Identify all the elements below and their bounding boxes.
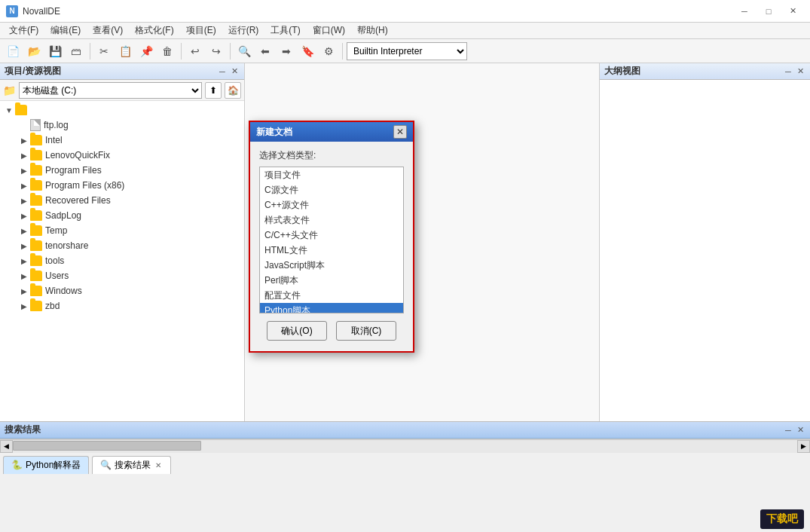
- list-item[interactable]: C源文件: [260, 182, 403, 197]
- dialog-body: 选择文档类型: 项目文件C源文件C++源文件样式表文件C/C++头文件HTML文…: [250, 142, 413, 351]
- menu-item-文件(F)[interactable]: 文件(F): [3, 23, 44, 39]
- list-item[interactable]: 配置文件: [260, 288, 403, 303]
- copy-button[interactable]: 📋: [115, 41, 135, 61]
- maximize-button[interactable]: □: [757, 4, 780, 19]
- right-panel-content: [600, 80, 810, 421]
- scroll-track[interactable]: [13, 440, 797, 453]
- expand-icon: ▶: [18, 151, 30, 160]
- menu-item-窗口(W)[interactable]: 窗口(W): [307, 23, 351, 39]
- dialog-prompt: 选择文档类型:: [259, 149, 404, 162]
- scroll-left-button[interactable]: ◀: [0, 440, 13, 453]
- item-label: tools: [45, 255, 64, 266]
- scroll-thumb[interactable]: [13, 441, 201, 451]
- expand-icon: ▶: [18, 197, 30, 205]
- drive-nav-up-button[interactable]: ⬆: [205, 82, 222, 99]
- list-item[interactable]: Python脚本: [260, 303, 403, 313]
- tree-tenorshare[interactable]: ▶ tenorshare: [0, 238, 244, 253]
- folder-icon: [30, 210, 42, 221]
- expand-icon: ▶: [18, 302, 30, 310]
- panel-minimize-btn[interactable]: ─: [783, 425, 793, 436]
- interpreter-selector[interactable]: Builtin Interpreter: [347, 42, 467, 60]
- panel-minimize-btn[interactable]: ─: [217, 66, 228, 77]
- panel-minimize-btn[interactable]: ─: [783, 66, 793, 77]
- expand-icon: ▶: [18, 227, 30, 235]
- tree-recovered-files[interactable]: ▶ Recovered Files: [0, 193, 244, 208]
- tree-program-files[interactable]: ▶ Program Files: [0, 163, 244, 178]
- menu-item-格式化(F)[interactable]: 格式化(F): [129, 23, 179, 39]
- search-button[interactable]: 🔍: [234, 41, 254, 61]
- scroll-right-button[interactable]: ▶: [797, 440, 810, 453]
- settings-button[interactable]: ⚙: [319, 41, 338, 61]
- confirm-button[interactable]: 确认(O): [267, 321, 327, 341]
- tree-users[interactable]: ▶ Users: [0, 268, 244, 283]
- left-panel-header: 项目/资源视图 ─ ✕: [0, 63, 244, 80]
- panel-controls: ─ ✕: [217, 66, 240, 77]
- tree-intel[interactable]: ▶ Intel: [0, 133, 244, 148]
- cancel-button[interactable]: 取消(C): [336, 321, 396, 341]
- open-file-button[interactable]: 📂: [24, 41, 44, 61]
- tree-ftp-log[interactable]: ftp.log: [0, 118, 244, 133]
- tree-windows[interactable]: ▶ Windows: [0, 283, 244, 298]
- save-file-button[interactable]: 💾: [45, 41, 65, 61]
- close-button[interactable]: ✕: [781, 4, 804, 19]
- folder-icon: [30, 165, 42, 176]
- window-controls: ─ □ ✕: [733, 4, 804, 19]
- menu-item-帮助(H)[interactable]: 帮助(H): [351, 23, 394, 39]
- root-expand-icon: ▼: [3, 106, 15, 115]
- new-document-dialog[interactable]: 新建文档 ✕ 选择文档类型: 项目文件C源文件C++源文件样式表文件C/C++头…: [249, 121, 414, 353]
- horizontal-scrollbar[interactable]: ◀ ▶: [0, 439, 810, 452]
- menu-item-编辑(E)[interactable]: 编辑(E): [44, 23, 87, 39]
- undo-button[interactable]: ↩: [185, 41, 205, 61]
- panel-close-btn[interactable]: ✕: [795, 425, 805, 436]
- drive-select[interactable]: 本地磁盘 (C:): [19, 82, 202, 99]
- tree-zbd[interactable]: ▶ zbd: [0, 298, 244, 313]
- folder-icon: [30, 240, 42, 251]
- tree-root[interactable]: ▼: [0, 102, 244, 118]
- list-item[interactable]: JavaScript脚本: [260, 258, 403, 273]
- find-prev-button[interactable]: ⬅: [255, 41, 275, 61]
- search-results-tab[interactable]: 🔍 搜索结果 ✕: [92, 456, 171, 474]
- expand-icon: ▶: [18, 242, 30, 250]
- expand-icon: ▶: [18, 272, 30, 280]
- tree-sadplog[interactable]: ▶ SadpLog: [0, 208, 244, 223]
- save-all-button[interactable]: 🗃: [66, 41, 86, 61]
- new-file-button[interactable]: 📄: [3, 41, 23, 61]
- redo-button[interactable]: ↪: [206, 41, 226, 61]
- list-item[interactable]: Perl脚本: [260, 273, 403, 288]
- search-tab-close[interactable]: ✕: [154, 460, 163, 469]
- item-label: Temp: [45, 225, 67, 236]
- list-item[interactable]: C++源文件: [260, 197, 403, 212]
- separator-3: [230, 43, 231, 60]
- tree-program-files-x86[interactable]: ▶ Program Files (x86): [0, 178, 244, 193]
- cut-button[interactable]: ✂: [94, 41, 114, 61]
- item-label: Users: [45, 271, 69, 281]
- menu-item-查看(V)[interactable]: 查看(V): [87, 23, 129, 39]
- python-interpreter-tab[interactable]: 🐍 Python解释器: [3, 456, 89, 474]
- dialog-close-button[interactable]: ✕: [393, 125, 407, 139]
- item-label: Program Files (x86): [45, 180, 124, 191]
- list-item[interactable]: 样式表文件: [260, 212, 403, 228]
- tree-tools[interactable]: ▶ tools: [0, 253, 244, 268]
- list-item[interactable]: 项目文件: [260, 167, 403, 182]
- search-panel-header: 搜索结果 ─ ✕: [0, 422, 810, 439]
- menu-item-项目(E)[interactable]: 项目(E): [180, 23, 222, 39]
- menu-item-运行(R)[interactable]: 运行(R): [222, 23, 265, 39]
- drive-nav-button[interactable]: 🏠: [225, 82, 241, 99]
- drive-selector: 📁 本地磁盘 (C:) ⬆ 🏠: [0, 80, 244, 101]
- bookmark-button[interactable]: 🔖: [298, 41, 317, 61]
- paste-button[interactable]: 📌: [136, 41, 156, 61]
- list-item[interactable]: HTML文件: [260, 243, 403, 258]
- tree-temp[interactable]: ▶ Temp: [0, 223, 244, 238]
- panel-close-btn[interactable]: ✕: [229, 66, 240, 77]
- tree-lenovo[interactable]: ▶ LenovoQuickFix: [0, 148, 244, 163]
- find-next-button[interactable]: ➡: [277, 41, 296, 61]
- delete-button[interactable]: 🗑: [157, 41, 177, 61]
- panel-close-btn[interactable]: ✕: [795, 66, 805, 77]
- title-bar: N NovallDE ─ □ ✕: [0, 0, 810, 23]
- list-item[interactable]: C/C++头文件: [260, 228, 403, 243]
- file-type-listbox[interactable]: 项目文件C源文件C++源文件样式表文件C/C++头文件HTML文件JavaScr…: [259, 167, 404, 313]
- menu-item-工具(T)[interactable]: 工具(T): [264, 23, 306, 39]
- item-label: Intel: [45, 135, 63, 145]
- separator-4: [342, 43, 343, 60]
- minimize-button[interactable]: ─: [733, 4, 756, 19]
